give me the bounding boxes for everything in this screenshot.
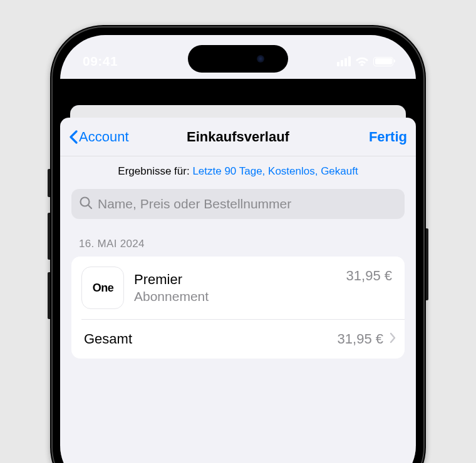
purchase-name: Premier: [134, 271, 336, 288]
purchase-details: Premier Abonnement: [134, 271, 336, 305]
svg-line-1: [88, 205, 91, 208]
back-button[interactable]: Account: [69, 129, 129, 145]
filter-link[interactable]: Letzte 90 Tage, Kostenlos, Gekauft: [192, 165, 358, 177]
phone-screen: 09:41: [60, 35, 416, 463]
search-input[interactable]: Name, Preis oder Bestellnummer: [71, 189, 405, 219]
phone-volume-down: [48, 272, 50, 319]
front-camera: [257, 55, 264, 63]
phone-power-button: [426, 228, 428, 300]
phone-silent-switch: [48, 169, 50, 197]
cellular-signal-icon: [337, 56, 351, 66]
purchase-price: 31,95 €: [346, 268, 392, 284]
total-label: Gesamt: [84, 331, 331, 347]
filter-summary: Ergebnisse für: Letzte 90 Tage, Kostenlo…: [60, 156, 416, 189]
dynamic-island: [188, 45, 288, 73]
done-button[interactable]: Fertig: [369, 129, 407, 145]
purchase-date-header: 16. MAI 2024: [60, 219, 416, 257]
total-price: 31,95 €: [338, 331, 383, 347]
phone-volume-up: [48, 213, 50, 260]
search-icon: [79, 196, 93, 212]
phone-frame: 09:41: [50, 25, 426, 463]
purchase-item[interactable]: One Premier Abonnement 31,95 €: [71, 257, 405, 319]
filter-prefix: Ergebnisse für:: [118, 165, 192, 177]
purchase-type: Abonnement: [134, 288, 336, 305]
navigation-bar: Account Einkaufsverlauf Fertig: [60, 118, 416, 156]
wifi-icon: [355, 56, 369, 66]
apple-one-text: One: [93, 282, 114, 295]
purchase-history-sheet: Account Einkaufsverlauf Fertig Ergebniss…: [60, 118, 416, 463]
search-placeholder: Name, Preis oder Bestellnummer: [98, 196, 291, 211]
app-icon-apple-one: One: [81, 267, 124, 309]
status-icons: [337, 56, 393, 66]
battery-icon: [373, 57, 393, 66]
total-row[interactable]: Gesamt 31,95 €: [71, 320, 405, 359]
page-title: Einkaufsverlauf: [187, 129, 289, 145]
status-time: 09:41: [83, 54, 118, 69]
chevron-right-icon: [390, 332, 396, 346]
chevron-left-icon: [69, 130, 78, 144]
back-label: Account: [79, 129, 129, 145]
purchase-card: One Premier Abonnement 31,95 € Gesamt 31…: [71, 257, 405, 359]
